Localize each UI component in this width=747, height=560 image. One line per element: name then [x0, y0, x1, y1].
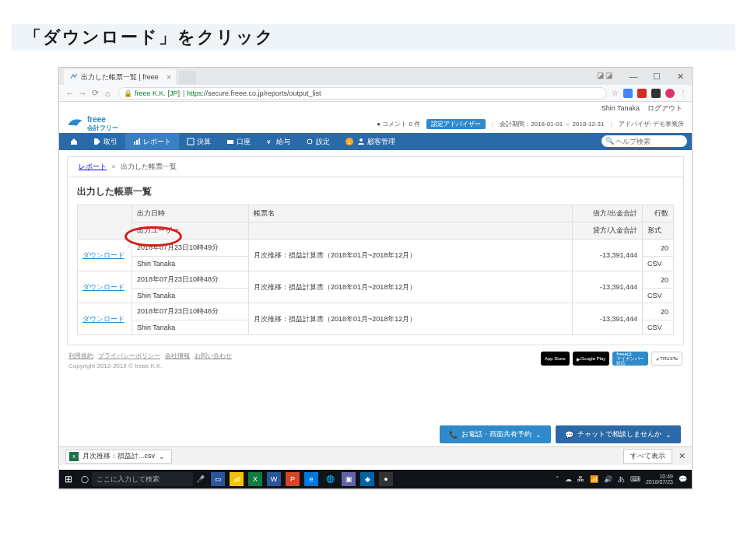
th-user: 出力ユーザー: [132, 222, 249, 240]
nav-kokyaku[interactable]: 1顧客管理: [338, 133, 403, 150]
extension-icons: ☆ ⋮: [612, 89, 687, 98]
breadcrumb-report[interactable]: レポート: [79, 163, 107, 170]
mynumber-badge[interactable]: freeeは マイナンバー 対応: [612, 352, 648, 366]
app-chrome-icon[interactable]: 🌐: [323, 472, 337, 486]
googleplay-badge[interactable]: ▶ Google Play: [573, 352, 610, 366]
browser-window: 出力した帳票一覧 | freee × ◪◪ — ☐ ✕ ← → ⟳ ⌂ 🔒 fr…: [58, 67, 693, 489]
download-link[interactable]: ダウンロード: [82, 283, 124, 291]
tray-network-icon[interactable]: 🖧: [577, 475, 584, 483]
show-all-downloads-button[interactable]: すべて表示: [623, 449, 672, 464]
tray-volume-icon[interactable]: 🔊: [604, 475, 612, 483]
nav-report[interactable]: レポート: [125, 133, 179, 150]
start-button[interactable]: ⊞: [59, 474, 78, 485]
nav-torihiki[interactable]: 取引: [86, 133, 125, 150]
tray-ime-icon[interactable]: あ: [618, 474, 625, 485]
footer-link[interactable]: プライバシーポリシー: [98, 352, 160, 359]
reload-button[interactable]: ⟳: [89, 88, 101, 98]
tray-up-icon[interactable]: ˄: [556, 475, 559, 483]
bookmark-star-icon[interactable]: ☆: [612, 89, 619, 97]
tray-keyboard-icon[interactable]: ⌨: [630, 475, 640, 483]
home-button[interactable]: ⌂: [101, 89, 114, 98]
office-name[interactable]: アドバイザ: デモ事業所: [619, 120, 684, 128]
app-excel-icon[interactable]: X: [248, 472, 262, 486]
nav-home[interactable]: [62, 133, 86, 150]
app-edge-icon[interactable]: e: [304, 472, 318, 486]
home-icon: [70, 138, 78, 145]
th-rows: 行数: [643, 205, 674, 222]
copyright: Copyright 2012-2018 © freee K.K.: [68, 362, 237, 369]
users-icon: [357, 138, 365, 145]
th-date: 出力日時: [132, 205, 249, 222]
mic-icon[interactable]: 🎤: [196, 475, 205, 483]
main-nav: 取引 レポート 決算 口座 ¥給与 設定 1顧客管理 🔍: [59, 133, 692, 150]
tab-close-icon[interactable]: ×: [167, 73, 171, 82]
cell-rows: 20: [643, 271, 674, 289]
app-word-icon[interactable]: W: [267, 472, 281, 486]
user-name[interactable]: Shin Tanaka: [601, 104, 640, 112]
cell-date: 2018年07月23日10時46分: [132, 303, 249, 320]
excel-icon: x: [69, 452, 79, 461]
chat-button[interactable]: 💬 チャットで相談しませんか ⌄: [556, 425, 681, 443]
app-generic3-icon[interactable]: ●: [379, 472, 393, 486]
taskbar-clock[interactable]: 10:49 2018/07/23: [646, 474, 673, 485]
ext-google-icon[interactable]: [623, 89, 633, 98]
back-button[interactable]: ←: [64, 89, 76, 98]
svg-rect-3: [188, 138, 194, 145]
chrome-menu-icon[interactable]: ⋮: [679, 89, 687, 97]
app-explorer-icon[interactable]: 📁: [230, 472, 244, 486]
logout-link[interactable]: ログアウト: [647, 103, 682, 114]
freee-logo[interactable]: freee 会計フリー: [67, 115, 118, 132]
minimize-button[interactable]: —: [622, 72, 645, 81]
comment-count[interactable]: ● コメント 0 件: [377, 120, 420, 128]
maximize-button[interactable]: ☐: [645, 72, 668, 82]
svg-text:¥: ¥: [266, 138, 271, 145]
omnibox[interactable]: 🔒 freee K.K. [JP] | https ://secure.free…: [118, 87, 607, 100]
download-link[interactable]: ダウンロード: [82, 315, 124, 323]
breadcrumb-sep: »: [112, 163, 116, 170]
cell-format: CSV: [643, 257, 674, 271]
help-search-input[interactable]: [601, 135, 687, 147]
nav-koza[interactable]: 口座: [219, 133, 258, 150]
tab-title: 出力した帳票一覧 | freee: [81, 72, 159, 82]
nav-settei[interactable]: 設定: [298, 133, 338, 150]
phone-reserve-button[interactable]: 📞 お電話・画面共有予約 ⌄: [440, 425, 551, 443]
tray-cloud-icon[interactable]: ☁: [565, 475, 572, 483]
ext-lastpass-icon[interactable]: [637, 89, 647, 98]
cell-report-name: 月次推移：損益計算書（2018年01月~2018年12月）: [249, 240, 573, 271]
cell-format: CSV: [643, 320, 674, 335]
footer-link[interactable]: 会社情報: [165, 352, 190, 359]
app-generic1-icon[interactable]: ▣: [342, 472, 356, 486]
cell-rows: 20: [643, 240, 674, 257]
nav-kyuyo[interactable]: ¥給与: [258, 133, 298, 150]
app-generic2-icon[interactable]: ◆: [360, 472, 374, 486]
cortana-icon[interactable]: ◯: [78, 475, 92, 483]
truste-badge[interactable]: ✔ TRUSTe: [651, 352, 682, 366]
appstore-badge[interactable]: App Store: [541, 352, 570, 366]
download-link[interactable]: ダウンロード: [82, 251, 124, 259]
slide-title-bar: 「ダウンロード」をクリック: [12, 24, 735, 51]
svg-rect-1: [136, 140, 138, 145]
close-window-button[interactable]: ✕: [668, 72, 692, 82]
browser-tab[interactable]: 出力した帳票一覧 | freee ×: [64, 69, 176, 85]
nav-kessan[interactable]: 決算: [179, 133, 219, 150]
tray-wifi-icon[interactable]: 📶: [590, 475, 598, 483]
footer-link[interactable]: お問い合わせ: [195, 352, 232, 359]
cell-credit: -13,391,444: [573, 303, 643, 335]
table-row: ダウンロード2018年07月23日10時48分月次推移：損益計算書（2018年0…: [78, 271, 674, 289]
ext-generic-icon[interactable]: [651, 89, 661, 98]
download-filename: 月次推移：損益計...csv: [82, 451, 155, 461]
footer-link[interactable]: 利用規約: [68, 352, 93, 359]
new-tab-button[interactable]: [179, 71, 196, 85]
tray-notification-icon[interactable]: 💬: [679, 475, 687, 483]
download-chip[interactable]: x 月次推移：損益計...csv ⌄: [65, 450, 172, 464]
accounting-period: 会計期間：2018-01-01 ～ 2018-12-31: [500, 120, 604, 128]
chevron-down-icon[interactable]: ⌄: [159, 453, 165, 460]
app-powerpoint-icon[interactable]: P: [286, 472, 300, 486]
taskbar-search[interactable]: ここに入力して検索: [92, 472, 193, 486]
advisor-badge: 認定アドバイザー: [426, 119, 486, 129]
logo-brand: freee: [87, 115, 118, 124]
close-download-bar-button[interactable]: ✕: [679, 451, 686, 461]
app-task-view-icon[interactable]: ▭: [211, 472, 225, 486]
ext-circle-icon[interactable]: [665, 89, 675, 98]
forward-button[interactable]: →: [76, 89, 89, 98]
